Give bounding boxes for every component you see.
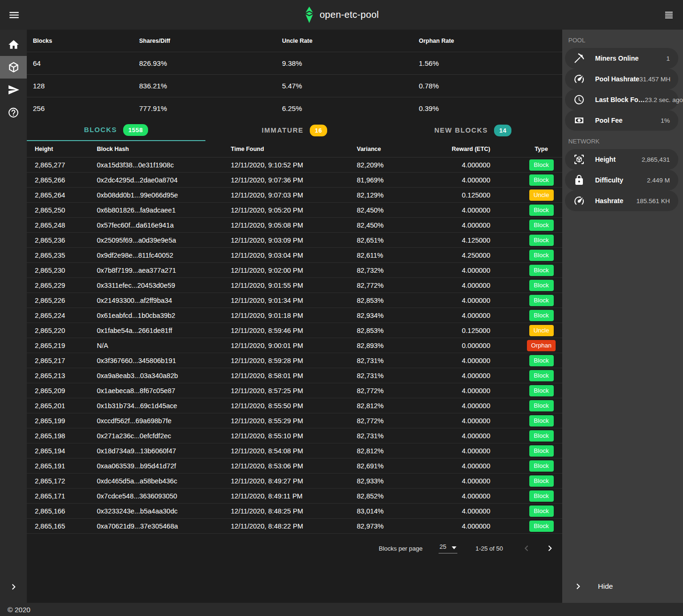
- type-badge: Block: [529, 310, 554, 321]
- type-cell: Block: [520, 265, 562, 276]
- prev-page-button[interactable]: [521, 543, 532, 554]
- rail-expand-button[interactable]: [0, 581, 27, 592]
- home-icon: [8, 39, 20, 51]
- block-hash-cell: 0xa70621d9...37e305468a: [89, 522, 224, 530]
- per-page-select[interactable]: 25: [439, 543, 457, 553]
- blocks-table-body: 2,865,2770xa15d3f38...0e31f1908c12/11/20…: [27, 158, 562, 534]
- stats-header-cell: Uncle Rate: [282, 38, 419, 44]
- time-found-cell: 12/11/2020, 8:48:25 PM: [224, 507, 346, 515]
- reward-cell: 4.000000: [440, 447, 520, 455]
- time-found-cell: 12/11/2020, 8:55:10 PM: [224, 432, 346, 440]
- table-row: 2,865,219N/A12/11/2020, 9:00:01 PM82,893…: [27, 338, 562, 353]
- column-header-variance: Variance: [346, 146, 440, 152]
- type-badge: Block: [529, 265, 554, 276]
- variance-cell: 82,731%: [346, 432, 440, 440]
- stat-value: 31.457 MH: [639, 76, 670, 83]
- height-cell: 2,865,199: [27, 417, 89, 425]
- type-badge: Block: [529, 370, 554, 381]
- type-cell: Block: [520, 445, 562, 457]
- type-cell: Block: [520, 295, 562, 306]
- column-header-type: Type: [520, 146, 562, 152]
- reward-cell: 4.000000: [440, 282, 520, 289]
- height-cell: 2,865,219: [27, 342, 89, 349]
- table-row: 2,865,1660x3233243e...b5a4aa30dc12/11/20…: [27, 504, 562, 519]
- block-hash-cell: N/A: [89, 342, 224, 349]
- variance-cell: 82,852%: [346, 492, 440, 500]
- time-found-cell: 12/11/2020, 9:03:09 PM: [224, 237, 346, 244]
- type-badge: Block: [529, 250, 554, 261]
- sidebar-item-home[interactable]: [0, 33, 27, 56]
- stats-row: 128836.21%5.47%0.78%: [27, 74, 562, 97]
- stat-label: Height: [595, 156, 616, 163]
- blocks-per-page-label: Blocks per page: [379, 545, 423, 552]
- height-cell: 2,865,165: [27, 522, 89, 530]
- block-hash-cell: 0xdc465d5a...a58beb436c: [89, 477, 224, 485]
- variance-cell: 82,772%: [346, 387, 440, 395]
- type-cell: Block: [520, 370, 562, 381]
- type-cell: Block: [520, 521, 562, 532]
- stats-cell: 0.78%: [419, 82, 562, 90]
- stats-cell: 128: [27, 82, 139, 90]
- variance-cell: 82,732%: [346, 267, 440, 274]
- type-badge: Block: [529, 505, 554, 517]
- type-cell: Block: [520, 310, 562, 321]
- sidebar-item-blocks[interactable]: [0, 56, 27, 79]
- stats-side-panel: POOLMiners Online1Pool Hashrate31.457 MH…: [562, 30, 683, 603]
- cube-icon: [8, 61, 20, 73]
- time-found-cell: 12/11/2020, 9:01:18 PM: [224, 312, 346, 319]
- reward-cell: 4.125000: [440, 237, 520, 244]
- time-found-cell: 12/11/2020, 8:58:01 PM: [224, 372, 346, 379]
- variance-cell: 82,772%: [346, 282, 440, 289]
- block-hash-cell: 0x9df2e98e...811fc40052: [89, 252, 224, 259]
- height-cell: 2,865,236: [27, 237, 89, 244]
- table-row: 2,865,2240x61eabfcd...1b0cba39b212/11/20…: [27, 308, 562, 323]
- stats-header-cell: Orphan Rate: [419, 38, 562, 44]
- reward-cell: 4.000000: [440, 402, 520, 410]
- block-hash-cell: 0x6b801826...fa9adcaee1: [89, 206, 224, 214]
- type-cell: Uncle: [520, 190, 562, 201]
- type-cell: Block: [520, 430, 562, 442]
- table-row: 2,865,2660x2dc4295d...2dae0a870412/11/20…: [27, 173, 562, 188]
- sidebar-item-help[interactable]: [0, 101, 27, 124]
- block-hash-cell: 0x7cdce548...3636093050: [89, 492, 224, 500]
- tab-label: BLOCKS: [84, 126, 117, 134]
- right-menu-icon[interactable]: [663, 9, 675, 21]
- variance-cell: 81,969%: [346, 176, 440, 184]
- time-found-cell: 12/11/2020, 9:10:52 PM: [224, 161, 346, 169]
- type-badge: Block: [529, 415, 554, 426]
- height-cell: 2,865,171: [27, 492, 89, 500]
- height-cell: 2,865,172: [27, 477, 89, 485]
- lock-icon: [573, 174, 585, 186]
- tab-blocks[interactable]: BLOCKS1558: [27, 119, 205, 141]
- menu-icon[interactable]: [8, 9, 20, 21]
- banknote-icon: [573, 115, 585, 126]
- type-cell: Block: [520, 220, 562, 231]
- variance-cell: 82,651%: [346, 237, 440, 244]
- stats-cell: 826.93%: [139, 59, 282, 67]
- height-cell: 2,865,224: [27, 312, 89, 319]
- table-row: 2,865,2360x25095f69...a0d39e9e5a12/11/20…: [27, 233, 562, 248]
- main-content: BlocksShares/DiffUncle RateOrphan Rate 6…: [27, 30, 562, 603]
- time-found-cell: 12/11/2020, 9:05:20 PM: [224, 206, 346, 214]
- variance-cell: 82,772%: [346, 417, 440, 425]
- height-cell: 2,865,220: [27, 327, 89, 334]
- hide-panel-button[interactable]: Hide: [562, 570, 683, 603]
- copyright-text: © 2020: [8, 606, 31, 614]
- type-cell: Uncle: [520, 325, 562, 336]
- sidebar-item-payments[interactable]: [0, 79, 27, 101]
- next-page-button[interactable]: [544, 543, 556, 554]
- table-row: 2,865,1650xa70621d9...37e305468a12/11/20…: [27, 519, 562, 534]
- left-nav-rail: [0, 30, 27, 603]
- tab-immature[interactable]: IMMATURE16: [205, 119, 384, 141]
- block-hash-cell: 0xaa063539...b95d41d72f: [89, 462, 224, 470]
- table-row: 2,865,2500x6b801826...fa9adcaee112/11/20…: [27, 203, 562, 218]
- tab-new-blocks[interactable]: NEW BLOCKS14: [384, 119, 562, 141]
- table-row: 2,865,2130xa9a8eab3...03a340a82b12/11/20…: [27, 368, 562, 383]
- reward-cell: 4.000000: [440, 161, 520, 169]
- reward-cell: 4.000000: [440, 477, 520, 485]
- stat-value: 23.2 sec. ago: [645, 96, 683, 103]
- time-found-cell: 12/11/2020, 9:07:03 PM: [224, 191, 346, 199]
- stat-label: Pool Hashrate: [595, 75, 639, 83]
- type-badge: Block: [529, 460, 554, 472]
- height-cell: 2,865,229: [27, 282, 89, 289]
